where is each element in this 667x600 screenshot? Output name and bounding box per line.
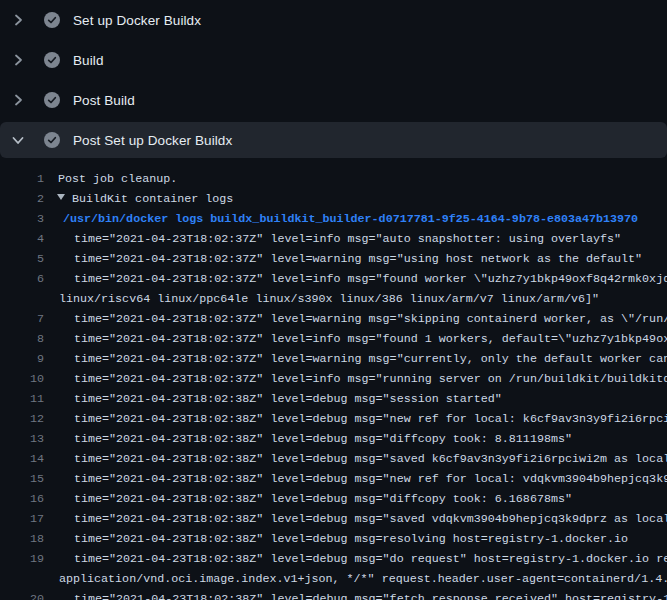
log-line: 13time="2021-04-23T18:02:38Z" level=debu… bbox=[0, 429, 667, 449]
log-text: linux/riscv64 linux/ppc64le linux/s390x … bbox=[0, 289, 667, 309]
log-text: time="2021-04-23T18:02:37Z" level=warnin… bbox=[0, 349, 667, 369]
log-line: 8time="2021-04-23T18:02:37Z" level=info … bbox=[0, 329, 667, 349]
log-text: time="2021-04-23T18:02:38Z" level=debug … bbox=[0, 549, 667, 569]
chevron-right-icon bbox=[10, 92, 26, 108]
log-text: time="2021-04-23T18:02:37Z" level=info m… bbox=[0, 329, 667, 349]
log-line: 11time="2021-04-23T18:02:38Z" level=debu… bbox=[0, 389, 667, 409]
log-pane: 1Post job cleanup.2BuildKit container lo… bbox=[0, 158, 667, 600]
line-number[interactable]: 7 bbox=[0, 309, 44, 329]
log-line: 16time="2021-04-23T18:02:38Z" level=debu… bbox=[0, 489, 667, 509]
step-label: Build bbox=[73, 53, 104, 68]
line-number[interactable]: 6 bbox=[0, 269, 44, 289]
log-text: time="2021-04-23T18:02:38Z" level=debug … bbox=[0, 489, 667, 509]
log-group-label[interactable]: BuildKit container logs bbox=[72, 192, 233, 206]
log-text: time="2021-04-23T18:02:38Z" level=debug … bbox=[0, 389, 667, 409]
line-number[interactable]: 16 bbox=[0, 489, 44, 509]
line-number[interactable]: 14 bbox=[0, 449, 44, 469]
step-header-post-set-up-docker-buildx[interactable]: Post Set up Docker Buildx bbox=[0, 122, 667, 158]
log-line: 9time="2021-04-23T18:02:37Z" level=warni… bbox=[0, 349, 667, 369]
line-number[interactable]: 10 bbox=[0, 369, 44, 389]
log-line: 6time="2021-04-23T18:02:37Z" level=info … bbox=[0, 269, 667, 289]
log-line-wrap: linux/riscv64 linux/ppc64le linux/s390x … bbox=[0, 289, 667, 309]
line-number[interactable]: 9 bbox=[0, 349, 44, 369]
line-number[interactable]: 2 bbox=[0, 189, 44, 209]
check-circle-icon bbox=[44, 132, 60, 148]
chevron-down-icon bbox=[10, 132, 26, 148]
line-number[interactable]: 20 bbox=[0, 589, 44, 600]
log-command-text: /usr/bin/docker logs buildx_buildkit_bui… bbox=[0, 209, 667, 229]
line-number[interactable]: 3 bbox=[0, 209, 44, 229]
log-text: time="2021-04-23T18:02:37Z" level=warnin… bbox=[0, 249, 667, 269]
log-text: Post job cleanup. bbox=[0, 169, 667, 189]
check-circle-icon bbox=[44, 52, 60, 68]
check-circle-icon bbox=[44, 92, 60, 108]
line-number[interactable]: 12 bbox=[0, 409, 44, 429]
log-line: 1Post job cleanup. bbox=[0, 169, 667, 189]
log-line: 3/usr/bin/docker logs buildx_buildkit_bu… bbox=[0, 209, 667, 229]
step-list: Set up Docker BuildxBuildPost BuildPost … bbox=[0, 0, 667, 158]
log-line: 19time="2021-04-23T18:02:38Z" level=debu… bbox=[0, 549, 667, 569]
check-circle-icon bbox=[44, 12, 60, 28]
step-label: Set up Docker Buildx bbox=[73, 13, 201, 28]
line-number[interactable]: 8 bbox=[0, 329, 44, 349]
line-number[interactable]: 11 bbox=[0, 389, 44, 409]
step-header-post-build[interactable]: Post Build bbox=[0, 80, 667, 120]
line-number[interactable]: 1 bbox=[0, 169, 44, 189]
log-line: 4time="2021-04-23T18:02:37Z" level=info … bbox=[0, 229, 667, 249]
log-text: time="2021-04-23T18:02:37Z" level=info m… bbox=[0, 269, 667, 289]
group-collapse-triangle-icon[interactable] bbox=[57, 194, 65, 200]
log-group-row[interactable]: BuildKit container logs bbox=[0, 189, 667, 209]
log-line: 2BuildKit container logs bbox=[0, 189, 667, 209]
log-text: application/vnd.oci.image.index.v1+json,… bbox=[0, 569, 667, 589]
log-text: time="2021-04-23T18:02:38Z" level=debug … bbox=[0, 429, 667, 449]
chevron-right-icon bbox=[10, 52, 26, 68]
step-header-set-up-docker-buildx[interactable]: Set up Docker Buildx bbox=[0, 0, 667, 40]
step-label: Post Set up Docker Buildx bbox=[73, 133, 232, 148]
log-line: 17time="2021-04-23T18:02:38Z" level=debu… bbox=[0, 509, 667, 529]
log-text: time="2021-04-23T18:02:37Z" level=info m… bbox=[0, 229, 667, 249]
step-header-build[interactable]: Build bbox=[0, 40, 667, 80]
log-text: time="2021-04-23T18:02:38Z" level=debug … bbox=[0, 469, 667, 489]
line-number[interactable]: 5 bbox=[0, 249, 44, 269]
log-line: 14time="2021-04-23T18:02:38Z" level=debu… bbox=[0, 449, 667, 469]
line-number[interactable]: 18 bbox=[0, 529, 44, 549]
log-text: time="2021-04-23T18:02:38Z" level=debug … bbox=[0, 589, 667, 600]
log-line-wrap: application/vnd.oci.image.index.v1+json,… bbox=[0, 569, 667, 589]
log-line: 5time="2021-04-23T18:02:37Z" level=warni… bbox=[0, 249, 667, 269]
line-number[interactable]: 15 bbox=[0, 469, 44, 489]
log-line: 12time="2021-04-23T18:02:38Z" level=debu… bbox=[0, 409, 667, 429]
line-number[interactable]: 17 bbox=[0, 509, 44, 529]
log-text: time="2021-04-23T18:02:37Z" level=warnin… bbox=[0, 309, 667, 329]
line-number[interactable]: 13 bbox=[0, 429, 44, 449]
log-line: 15time="2021-04-23T18:02:38Z" level=debu… bbox=[0, 469, 667, 489]
log-text: time="2021-04-23T18:02:38Z" level=debug … bbox=[0, 529, 667, 549]
line-number[interactable]: 19 bbox=[0, 549, 44, 569]
log-text: time="2021-04-23T18:02:37Z" level=info m… bbox=[0, 369, 667, 389]
step-label: Post Build bbox=[73, 93, 135, 108]
log-line: 7time="2021-04-23T18:02:37Z" level=warni… bbox=[0, 309, 667, 329]
log-line: 18time="2021-04-23T18:02:38Z" level=debu… bbox=[0, 529, 667, 549]
log-line: 10time="2021-04-23T18:02:37Z" level=info… bbox=[0, 369, 667, 389]
log-text: time="2021-04-23T18:02:38Z" level=debug … bbox=[0, 449, 667, 469]
chevron-right-icon bbox=[10, 12, 26, 28]
log-text: time="2021-04-23T18:02:38Z" level=debug … bbox=[0, 509, 667, 529]
log-line: 20time="2021-04-23T18:02:38Z" level=debu… bbox=[0, 589, 667, 600]
log-text: time="2021-04-23T18:02:38Z" level=debug … bbox=[0, 409, 667, 429]
line-number[interactable]: 4 bbox=[0, 229, 44, 249]
